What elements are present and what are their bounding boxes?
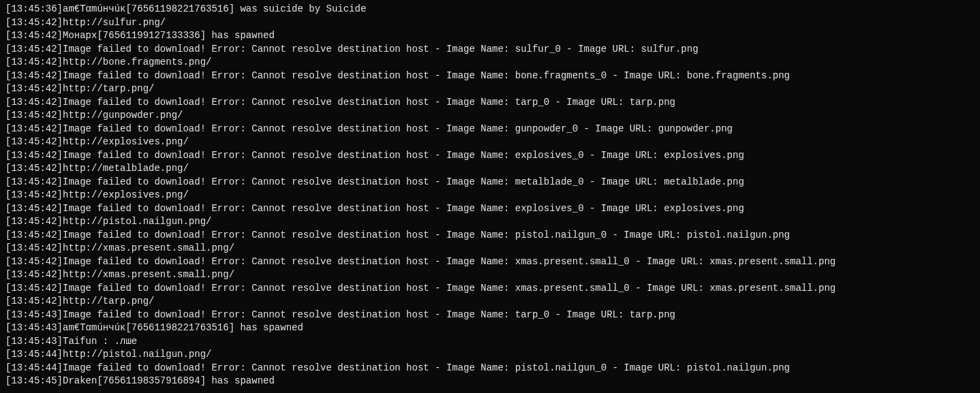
log-timestamp: [13:45:43]	[5, 309, 63, 320]
log-line: [13:45:42]Image failed to download! Erro…	[5, 176, 975, 189]
log-message: Image failed to download! Error: Cannot …	[63, 309, 675, 320]
log-line: [13:45:36]am€Tαmúнчúĸ[76561198221763516]…	[5, 3, 975, 16]
log-message: Image failed to download! Error: Cannot …	[63, 256, 836, 267]
log-line: [13:45:45]Draken[76561198357916894] has …	[5, 375, 975, 388]
log-timestamp: [13:45:42]	[5, 57, 63, 67]
log-line: [13:45:42]http://gunpowder.png/	[5, 109, 975, 123]
log-line: [13:45:42]http://sulfur.png/	[5, 16, 975, 30]
log-line: [13:45:42]http://pistol.nailgun.png/	[5, 215, 975, 229]
log-line: [13:45:42]Image failed to download! Erro…	[5, 202, 975, 216]
log-message: Image failed to download! Error: Cannot …	[63, 44, 699, 54]
log-message: http://sulfur.png/	[63, 17, 166, 28]
log-timestamp: [13:45:45]	[5, 375, 63, 386]
log-timestamp: [13:45:42]	[5, 136, 63, 147]
log-message: Taifun : .лше	[63, 336, 137, 347]
log-message: http://bone.fragments.png/	[63, 57, 211, 67]
log-message: http://pistol.nailgun.png/	[63, 349, 211, 360]
log-timestamp: [13:45:42]	[5, 256, 63, 267]
log-line: [13:45:42]http://tarp.png/	[5, 295, 975, 309]
log-message: am€Tαmúнчúĸ[76561198221763516] has spawn…	[63, 322, 303, 333]
log-line: [13:45:42]http://metalblade.png/	[5, 162, 975, 176]
log-timestamp: [13:45:42]	[5, 269, 63, 280]
log-timestamp: [13:45:44]	[5, 362, 63, 373]
log-message: Image failed to download! Error: Cannot …	[63, 176, 744, 187]
console-output: [13:45:36]am€Tαmúнчúĸ[76561198221763516]…	[0, 0, 980, 391]
log-message: Image failed to download! Error: Cannot …	[63, 230, 790, 240]
log-timestamp: [13:45:42]	[5, 97, 63, 108]
log-message: http://metalblade.png/	[63, 163, 189, 174]
log-timestamp: [13:45:42]	[5, 150, 63, 161]
log-timestamp: [13:45:42]	[5, 230, 63, 240]
log-line: [13:45:44]Image failed to download! Erro…	[5, 362, 975, 375]
log-line: [13:45:43]am€Tαmúнчúĸ[76561198221763516]…	[5, 321, 975, 335]
log-timestamp: [13:45:42]	[5, 44, 63, 54]
log-timestamp: [13:45:42]	[5, 189, 63, 200]
log-message: Image failed to download! Error: Cannot …	[63, 150, 744, 161]
log-timestamp: [13:45:42]	[5, 70, 63, 81]
log-timestamp: [13:45:42]	[5, 17, 63, 28]
log-message: Image failed to download! Error: Cannot …	[63, 123, 733, 134]
log-message: Image failed to download! Error: Cannot …	[63, 362, 790, 373]
log-message: http://tarp.png/	[63, 83, 154, 94]
log-line: [13:45:42]http://xmas.present.small.png/	[5, 242, 975, 255]
log-timestamp: [13:45:36]	[5, 3, 63, 14]
log-timestamp: [13:45:43]	[5, 336, 63, 347]
log-timestamp: [13:45:42]	[5, 296, 63, 306]
log-line: [13:45:42]Image failed to download! Erro…	[5, 69, 975, 83]
log-message: am€Tαmúнчúĸ[76561198221763516] was suici…	[63, 3, 366, 14]
log-line: [13:45:42]Image failed to download! Erro…	[5, 255, 975, 269]
log-timestamp: [13:45:42]	[5, 283, 63, 294]
log-line: [13:45:42]Монарх[76561199127133336] has …	[5, 29, 975, 43]
log-line: [13:45:42]http://explosives.png/	[5, 189, 975, 202]
log-line: [13:45:42]http://bone.fragments.png/	[5, 56, 975, 69]
log-message: Image failed to download! Error: Cannot …	[63, 70, 790, 81]
log-timestamp: [13:45:42]	[5, 83, 63, 94]
log-timestamp: [13:45:43]	[5, 322, 63, 333]
log-message: Image failed to download! Error: Cannot …	[63, 203, 744, 214]
log-line: [13:45:42]Image failed to download! Erro…	[5, 229, 975, 242]
log-line: [13:45:42]Image failed to download! Erro…	[5, 43, 975, 57]
log-line: [13:45:43]Image failed to download! Erro…	[5, 309, 975, 322]
log-timestamp: [13:45:42]	[5, 163, 63, 174]
log-line: [13:45:42]Image failed to download! Erro…	[5, 282, 975, 296]
log-message: http://explosives.png/	[63, 189, 189, 200]
log-message: http://explosives.png/	[63, 136, 189, 147]
log-timestamp: [13:45:42]	[5, 176, 63, 187]
log-timestamp: [13:45:42]	[5, 110, 63, 121]
log-message: http://gunpowder.png/	[63, 110, 183, 121]
log-line: [13:45:42]http://tarp.png/	[5, 82, 975, 96]
log-timestamp: [13:45:42]	[5, 123, 63, 134]
log-line: [13:45:42]http://explosives.png/	[5, 136, 975, 149]
log-line: [13:45:43]Taifun : .лше	[5, 335, 975, 349]
log-message: http://pistol.nailgun.png/	[63, 216, 211, 227]
log-message: Image failed to download! Error: Cannot …	[63, 283, 836, 294]
log-timestamp: [13:45:42]	[5, 203, 63, 214]
log-line: [13:45:42]Image failed to download! Erro…	[5, 149, 975, 163]
log-timestamp: [13:45:44]	[5, 349, 63, 360]
log-message: Draken[76561198357916894] has spawned	[63, 375, 275, 386]
log-message: http://xmas.present.small.png/	[63, 242, 234, 253]
log-message: Монарх[76561199127133336] has spawned	[63, 30, 275, 41]
log-timestamp: [13:45:42]	[5, 216, 63, 227]
log-message: http://tarp.png/	[63, 296, 154, 306]
log-message: Image failed to download! Error: Cannot …	[63, 97, 675, 108]
log-timestamp: [13:45:42]	[5, 242, 63, 253]
log-line: [13:45:42]http://xmas.present.small.png/	[5, 268, 975, 282]
log-timestamp: [13:45:42]	[5, 30, 63, 41]
log-line: [13:45:42]Image failed to download! Erro…	[5, 96, 975, 110]
log-message: http://xmas.present.small.png/	[63, 269, 234, 280]
log-line: [13:45:44]http://pistol.nailgun.png/	[5, 348, 975, 362]
log-line: [13:45:42]Image failed to download! Erro…	[5, 123, 975, 136]
